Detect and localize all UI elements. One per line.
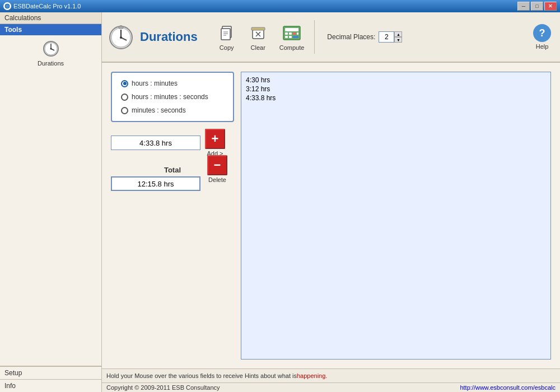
window-controls[interactable]: ─ □ ✕ bbox=[517, 2, 557, 11]
main-window: Calculations Tools Durations Setup bbox=[0, 12, 560, 392]
decimal-spinners: ▲ ▼ bbox=[394, 31, 402, 43]
svg-rect-30 bbox=[293, 36, 298, 38]
radio-hours-minutes-seconds[interactable]: hours : minutes : seconds bbox=[121, 93, 224, 101]
title-bar: ESBDateCalc Pro v1.1.0 ─ □ ✕ bbox=[0, 0, 560, 12]
app-icon bbox=[3, 2, 11, 10]
status-copyright: Copyright © 2009-2011 ESB Consultancy ht… bbox=[102, 383, 560, 392]
radio-circle-0 bbox=[121, 80, 128, 87]
content-area: Calculations Tools Durations Setup bbox=[0, 12, 560, 392]
format-box: hours : minutes hours : minutes : second… bbox=[111, 72, 234, 122]
help-label: Help bbox=[536, 43, 549, 50]
svg-rect-28 bbox=[285, 36, 288, 38]
svg-rect-14 bbox=[221, 29, 230, 40]
clear-label: Clear bbox=[251, 44, 265, 51]
main-content: hours : minutes hours : minutes : second… bbox=[102, 63, 560, 368]
toolbar-separator bbox=[314, 20, 315, 54]
delete-area: − Delete bbox=[207, 130, 234, 183]
decimal-places-area: Decimal Places: ▲ ▼ bbox=[327, 31, 402, 43]
radio-hours-minutes[interactable]: hours : minutes bbox=[121, 80, 224, 87]
sidebar-item-durations[interactable]: Durations bbox=[0, 35, 101, 205]
radio-label-1: hours : minutes : seconds bbox=[132, 93, 208, 101]
sidebar-bottom: Setup Info bbox=[0, 366, 101, 392]
radio-minutes-seconds[interactable]: minutes : seconds bbox=[121, 106, 224, 114]
svg-point-0 bbox=[5, 4, 10, 8]
calculations-header[interactable]: Calculations bbox=[0, 12, 101, 24]
list-item[interactable]: 4:30 hrs bbox=[245, 76, 547, 85]
left-panel: hours : minutes hours : minutes : second… bbox=[111, 72, 234, 360]
copy-label: Copy bbox=[220, 44, 234, 51]
decimal-down-button[interactable]: ▼ bbox=[394, 37, 402, 43]
window-title: ESBDateCalc Pro v1.1.0 bbox=[13, 3, 81, 10]
help-button[interactable]: ? Help bbox=[529, 22, 556, 52]
delete-label: Delete bbox=[208, 176, 226, 183]
svg-rect-19 bbox=[251, 27, 265, 30]
copyright-text: Copyright © 2009-2011 ESB Consultancy bbox=[106, 384, 220, 391]
minimize-button[interactable]: ─ bbox=[517, 2, 530, 11]
svg-rect-27 bbox=[297, 32, 298, 35]
status-bar: Hold your Mouse over the various fields … bbox=[102, 368, 560, 392]
tools-label: Tools bbox=[0, 24, 101, 35]
svg-rect-26 bbox=[293, 32, 296, 35]
decimal-up-button[interactable]: ▲ bbox=[394, 31, 402, 37]
close-button[interactable]: ✕ bbox=[544, 2, 557, 11]
page-title: Durations bbox=[140, 30, 198, 44]
compute-icon bbox=[282, 23, 302, 43]
radio-circle-2 bbox=[121, 107, 128, 114]
decimal-input-container: ▲ ▼ bbox=[379, 31, 402, 43]
total-value: 12:15.8 hrs bbox=[111, 176, 200, 191]
compute-label: Compute bbox=[279, 44, 305, 51]
radio-label-0: hours : minutes bbox=[132, 80, 178, 87]
list-item[interactable]: 4:33.8 hrs bbox=[245, 94, 547, 102]
svg-rect-12 bbox=[120, 25, 122, 27]
clear-icon bbox=[248, 23, 268, 43]
svg-rect-29 bbox=[289, 36, 292, 38]
copy-icon bbox=[217, 23, 237, 43]
hint-highlight: happening. bbox=[297, 372, 327, 379]
durations-label: Durations bbox=[38, 60, 64, 67]
toolbar-title-area: Durations bbox=[106, 22, 198, 53]
svg-rect-23 bbox=[285, 28, 298, 31]
delete-button[interactable]: − bbox=[207, 155, 227, 175]
svg-rect-24 bbox=[285, 32, 288, 35]
compute-button[interactable]: Compute bbox=[276, 21, 308, 53]
delete-btn-container: − Delete bbox=[207, 155, 227, 183]
restore-button[interactable]: □ bbox=[531, 2, 543, 11]
list-panel: 4:30 hrs3:12 hrs4:33.8 hrs bbox=[241, 72, 551, 360]
toolbar: Durations Copy bbox=[102, 12, 560, 63]
svg-rect-25 bbox=[289, 32, 292, 35]
right-panel: Durations Copy bbox=[102, 12, 560, 392]
status-hint: Hold your Mouse over the various fields … bbox=[102, 369, 560, 383]
sidebar-spacer bbox=[0, 205, 101, 366]
sidebar: Calculations Tools Durations Setup bbox=[0, 12, 102, 392]
page-icon bbox=[106, 22, 136, 53]
delete-icon: − bbox=[214, 159, 221, 171]
setup-item[interactable]: Setup bbox=[0, 366, 101, 379]
clear-button[interactable]: Clear bbox=[245, 21, 272, 53]
clock-icon bbox=[42, 40, 60, 58]
copy-button[interactable]: Copy bbox=[213, 21, 240, 53]
help-icon: ? bbox=[533, 24, 551, 42]
duration-input[interactable] bbox=[111, 136, 200, 150]
list-item[interactable]: 3:12 hrs bbox=[245, 85, 547, 94]
radio-label-2: minutes : seconds bbox=[132, 106, 186, 114]
radio-circle-1 bbox=[121, 94, 128, 101]
decimal-input[interactable] bbox=[379, 31, 394, 43]
decimal-places-label: Decimal Places: bbox=[327, 33, 375, 41]
svg-point-5 bbox=[50, 48, 52, 50]
info-item[interactable]: Info bbox=[0, 379, 101, 392]
svg-point-10 bbox=[120, 36, 122, 39]
url-link[interactable]: http://www.esbconsult.com/esbcalc bbox=[460, 384, 556, 391]
radio-inner-0 bbox=[123, 82, 127, 85]
